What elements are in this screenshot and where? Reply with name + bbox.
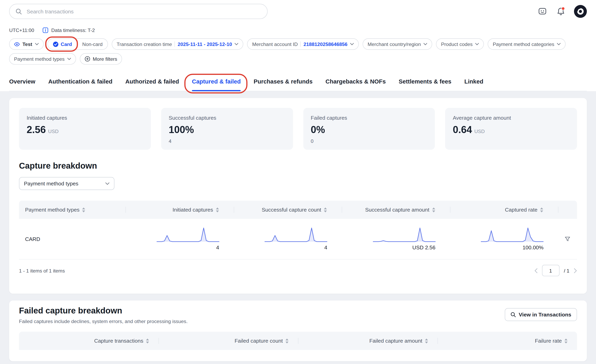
page-total: / 1 (564, 268, 569, 274)
chevron-down-icon (67, 58, 71, 60)
search-box[interactable] (9, 4, 268, 19)
captured-failed-panel: Initiated captures 2.56USD Successful ca… (9, 98, 587, 294)
payment-method-categories-chip[interactable]: Payment method categories (488, 38, 566, 50)
transaction-creation-time-chip[interactable]: Transaction creation time 2025-11-11 - 2… (112, 38, 243, 50)
table-header-row: Payment method types Initiated captures … (19, 201, 577, 219)
sort-icon (564, 338, 568, 343)
search-icon (15, 8, 22, 15)
cell-captured-rate: 100.00% (450, 219, 558, 259)
top-right-actions (537, 5, 587, 18)
more-filters-label: More filters (93, 56, 117, 62)
test-mode-chip[interactable]: Test (9, 38, 44, 50)
successful-capture-count-sparkline (265, 227, 327, 243)
tab-authorized-failed[interactable]: Authorized & failed (125, 74, 179, 91)
payment-method-types-chip[interactable]: Payment method types (9, 53, 76, 65)
sort-icon (215, 207, 219, 212)
feedback-icon[interactable] (537, 6, 547, 16)
stat-successful-captures: Successful captures 100% 4 (161, 108, 293, 150)
column-label: Failed capture amount (369, 338, 422, 344)
stat-unit: USD (48, 128, 59, 134)
stat-label: Average capture amount (453, 115, 569, 121)
stat-value: 100% (169, 124, 194, 136)
capture-breakdown-table: Payment method types Initiated captures … (19, 201, 577, 260)
successful-capture-amount-sparkline (373, 227, 435, 243)
search-input[interactable] (26, 8, 261, 15)
header-zone: UTC+11:00 Data timeliness: T-2 Test (0, 0, 596, 91)
column-label: Payment method types (25, 207, 80, 213)
notifications-bell-icon[interactable] (556, 6, 566, 16)
table-row-card: CARD 4 4 USD 2.56 100.0 (19, 219, 577, 259)
eye-icon (14, 42, 20, 46)
stat-tiles: Initiated captures 2.56USD Successful ca… (19, 108, 577, 150)
segment-non-card[interactable]: Non-card (77, 39, 108, 49)
failed-capture-subtitle: Failed captures include declines, system… (19, 319, 188, 324)
tab-overview[interactable]: Overview (9, 74, 35, 91)
search-icon (510, 312, 516, 317)
tab-captured-failed[interactable]: Captured & failed (192, 74, 241, 91)
failed-capture-titles: Failed capture breakdown Failed captures… (19, 306, 188, 324)
test-mode-label: Test (22, 41, 32, 47)
view-in-transactions-button[interactable]: View in Transactions (505, 308, 577, 321)
cell-value: 4 (216, 244, 219, 251)
avatar[interactable] (574, 5, 587, 18)
stat-label: Successful captures (169, 115, 285, 121)
failed-capture-table-header: Capture transactions Failed capture coun… (19, 332, 577, 350)
transaction-creation-time-value: 2025-11-11 - 2025-12-10 (178, 41, 232, 47)
capture-breakdown-title: Capture breakdown (19, 161, 577, 171)
chevron-down-icon (424, 43, 427, 45)
sort-icon (82, 207, 86, 212)
column-header-failure-rate[interactable]: Failure rate (438, 332, 577, 350)
column-label: Successful capture count (262, 207, 321, 213)
sort-icon (146, 338, 149, 343)
column-header-successful-capture-count[interactable]: Successful capture count (234, 201, 342, 219)
tab-authentication-failed[interactable]: Authentication & failed (48, 74, 112, 91)
tab-purchases-refunds[interactable]: Purchases & refunds (254, 74, 313, 91)
stat-label: Initiated captures (27, 115, 143, 121)
column-header-captured-rate[interactable]: Captured rate (450, 201, 558, 219)
stat-sub-value: 0 (311, 138, 427, 144)
view-in-transactions-label: View in Transactions (519, 312, 571, 317)
tab-captured-failed-label: Captured & failed (192, 78, 241, 85)
tab-bar: Overview Authentication & failed Authori… (9, 74, 587, 91)
product-codes-chip[interactable]: Product codes (436, 38, 484, 50)
sort-icon (432, 207, 435, 212)
tab-linked[interactable]: Linked (464, 74, 483, 91)
column-header-payment-method-types[interactable]: Payment method types (19, 201, 126, 219)
segment-non-card-label: Non-card (82, 41, 103, 47)
column-header-initiated-captures[interactable]: Initiated captures (126, 201, 234, 219)
cell-value: USD 2.56 (412, 244, 435, 251)
data-timeliness-label: Data timeliness: T-2 (51, 27, 95, 33)
segment-card[interactable]: Card (48, 39, 77, 49)
cell-successful-capture-count: 4 (234, 219, 342, 259)
info-icon (43, 27, 48, 33)
chevron-down-icon (557, 43, 561, 45)
page-number-input[interactable] (542, 265, 559, 276)
next-page-icon[interactable] (574, 268, 577, 273)
payment-method-types-dropdown[interactable]: Payment method types (19, 177, 114, 190)
filter-row-2: Payment method types More filters (9, 53, 587, 65)
pagination-summary: 1 - 1 items of 1 items (19, 268, 65, 274)
timezone-label: UTC+11:00 (9, 27, 34, 33)
failed-capture-title: Failed capture breakdown (19, 306, 188, 316)
more-filters-chip[interactable]: More filters (80, 53, 122, 65)
merchant-country-label: Merchant country/region (368, 41, 421, 47)
chevron-down-icon (475, 43, 479, 45)
column-header-failed-capture-amount[interactable]: Failed capture amount (298, 332, 438, 350)
pagination-controls: / 1 (534, 265, 577, 276)
previous-page-icon[interactable] (534, 268, 537, 273)
payment-method-categories-label: Payment method categories (493, 41, 554, 47)
row-filter-button[interactable] (558, 219, 577, 259)
sort-icon (323, 207, 327, 212)
merchant-account-id-chip[interactable]: Merchant account ID 2188120258646856 (247, 38, 359, 50)
cell-value: 100.00% (522, 244, 544, 251)
merchant-country-chip[interactable]: Merchant country/region (363, 38, 432, 50)
stat-label: Failed captures (311, 115, 427, 121)
filter-row-1: Test Card Non-card (9, 38, 587, 50)
column-header-successful-capture-amount[interactable]: Successful capture amount (342, 201, 450, 219)
tab-settlements-fees[interactable]: Settlements & fees (399, 74, 452, 91)
tab-chargebacks-nofs[interactable]: Chargebacks & NOFs (326, 74, 386, 91)
main-content: Initiated captures 2.56USD Successful ca… (0, 91, 596, 361)
column-header-capture-transactions[interactable]: Capture transactions (19, 332, 158, 350)
column-header-failed-capture-count[interactable]: Failed capture count (158, 332, 298, 350)
chip-divider (300, 41, 301, 47)
